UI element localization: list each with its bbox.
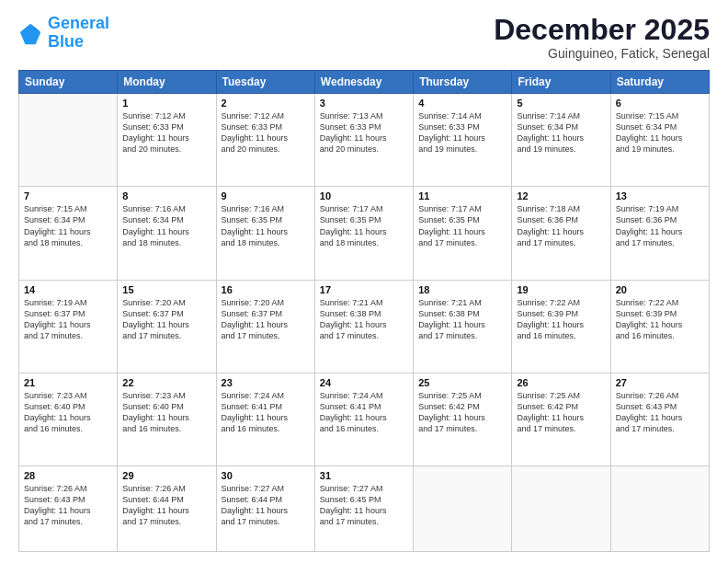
- table-row: 22Sunrise: 7:23 AM Sunset: 6:40 PM Dayli…: [118, 373, 216, 465]
- logo-icon: [18, 20, 44, 46]
- day-info: Sunrise: 7:22 AM Sunset: 6:39 PM Dayligh…: [616, 297, 704, 342]
- day-number: 22: [122, 377, 210, 388]
- table-row: 6Sunrise: 7:15 AM Sunset: 6:34 PM Daylig…: [610, 94, 709, 187]
- day-info: Sunrise: 7:15 AM Sunset: 6:34 PM Dayligh…: [24, 203, 112, 248]
- day-number: 1: [122, 98, 210, 109]
- table-row: 11Sunrise: 7:17 AM Sunset: 6:35 PM Dayli…: [414, 187, 512, 280]
- table-row: 28Sunrise: 7:26 AM Sunset: 6:43 PM Dayli…: [19, 466, 118, 552]
- table-row: [19, 94, 118, 187]
- calendar-table: Sunday Monday Tuesday Wednesday Thursday…: [18, 70, 710, 552]
- day-number: 24: [320, 377, 408, 388]
- table-row: 9Sunrise: 7:16 AM Sunset: 6:35 PM Daylig…: [216, 187, 314, 280]
- day-info: Sunrise: 7:12 AM Sunset: 6:33 PM Dayligh…: [122, 110, 210, 155]
- table-row: 20Sunrise: 7:22 AM Sunset: 6:39 PM Dayli…: [610, 280, 709, 373]
- day-info: Sunrise: 7:27 AM Sunset: 6:44 PM Dayligh…: [222, 483, 310, 528]
- day-number: 29: [122, 470, 210, 481]
- day-number: 8: [122, 190, 210, 201]
- day-info: Sunrise: 7:19 AM Sunset: 6:37 PM Dayligh…: [24, 297, 112, 342]
- day-info: Sunrise: 7:21 AM Sunset: 6:38 PM Dayligh…: [418, 297, 506, 342]
- day-info: Sunrise: 7:23 AM Sunset: 6:40 PM Dayligh…: [24, 390, 112, 435]
- day-info: Sunrise: 7:25 AM Sunset: 6:42 PM Dayligh…: [517, 390, 605, 435]
- day-number: 3: [320, 98, 408, 109]
- table-row: 23Sunrise: 7:24 AM Sunset: 6:41 PM Dayli…: [216, 373, 314, 465]
- table-row: 16Sunrise: 7:20 AM Sunset: 6:37 PM Dayli…: [216, 280, 314, 373]
- col-monday: Monday: [118, 71, 216, 94]
- table-row: 1Sunrise: 7:12 AM Sunset: 6:33 PM Daylig…: [118, 94, 216, 187]
- day-number: 31: [320, 470, 408, 481]
- logo: General Blue: [18, 15, 109, 52]
- day-number: 5: [517, 98, 605, 109]
- day-info: Sunrise: 7:17 AM Sunset: 6:35 PM Dayligh…: [320, 203, 408, 248]
- day-number: 23: [222, 377, 310, 388]
- day-number: 20: [616, 284, 704, 295]
- day-number: 16: [222, 284, 310, 295]
- day-info: Sunrise: 7:13 AM Sunset: 6:33 PM Dayligh…: [320, 110, 408, 155]
- table-row: 7Sunrise: 7:15 AM Sunset: 6:34 PM Daylig…: [19, 187, 118, 280]
- month-title: December 2025: [494, 15, 710, 44]
- table-row: [610, 466, 709, 552]
- table-row: 25Sunrise: 7:25 AM Sunset: 6:42 PM Dayli…: [414, 373, 512, 465]
- day-info: Sunrise: 7:16 AM Sunset: 6:34 PM Dayligh…: [122, 203, 210, 248]
- svg-marker-0: [20, 24, 40, 44]
- header: General Blue December 2025 Guinguineo, F…: [18, 15, 710, 61]
- day-number: 28: [24, 470, 112, 481]
- day-number: 13: [616, 190, 704, 201]
- day-info: Sunrise: 7:19 AM Sunset: 6:36 PM Dayligh…: [616, 203, 704, 248]
- table-row: [414, 466, 512, 552]
- day-info: Sunrise: 7:22 AM Sunset: 6:39 PM Dayligh…: [517, 297, 605, 342]
- day-info: Sunrise: 7:21 AM Sunset: 6:38 PM Dayligh…: [320, 297, 408, 342]
- table-row: 31Sunrise: 7:27 AM Sunset: 6:45 PM Dayli…: [314, 466, 413, 552]
- logo-text: General Blue: [48, 15, 109, 52]
- day-info: Sunrise: 7:20 AM Sunset: 6:37 PM Dayligh…: [222, 297, 310, 342]
- day-info: Sunrise: 7:23 AM Sunset: 6:40 PM Dayligh…: [122, 390, 210, 435]
- col-saturday: Saturday: [610, 71, 709, 94]
- day-number: 14: [24, 284, 112, 295]
- day-number: 27: [616, 377, 704, 388]
- table-row: 19Sunrise: 7:22 AM Sunset: 6:39 PM Dayli…: [512, 280, 610, 373]
- day-info: Sunrise: 7:15 AM Sunset: 6:34 PM Dayligh…: [616, 110, 704, 155]
- day-number: 15: [122, 284, 210, 295]
- table-row: 5Sunrise: 7:14 AM Sunset: 6:34 PM Daylig…: [512, 94, 610, 187]
- day-info: Sunrise: 7:26 AM Sunset: 6:43 PM Dayligh…: [24, 483, 112, 528]
- day-info: Sunrise: 7:14 AM Sunset: 6:33 PM Dayligh…: [418, 110, 506, 155]
- table-row: 27Sunrise: 7:26 AM Sunset: 6:43 PM Dayli…: [610, 373, 709, 465]
- day-info: Sunrise: 7:24 AM Sunset: 6:41 PM Dayligh…: [320, 390, 408, 435]
- day-number: 18: [418, 284, 506, 295]
- table-row: 21Sunrise: 7:23 AM Sunset: 6:40 PM Dayli…: [19, 373, 118, 465]
- day-number: 25: [418, 377, 506, 388]
- col-friday: Friday: [512, 71, 610, 94]
- location-subtitle: Guinguineo, Fatick, Senegal: [494, 46, 710, 61]
- day-number: 17: [320, 284, 408, 295]
- table-row: 8Sunrise: 7:16 AM Sunset: 6:34 PM Daylig…: [118, 187, 216, 280]
- day-info: Sunrise: 7:12 AM Sunset: 6:33 PM Dayligh…: [222, 110, 310, 155]
- day-number: 11: [418, 190, 506, 201]
- table-row: 13Sunrise: 7:19 AM Sunset: 6:36 PM Dayli…: [610, 187, 709, 280]
- day-number: 10: [320, 190, 408, 201]
- calendar-header-row: Sunday Monday Tuesday Wednesday Thursday…: [19, 71, 710, 94]
- day-info: Sunrise: 7:26 AM Sunset: 6:44 PM Dayligh…: [122, 483, 210, 528]
- table-row: 3Sunrise: 7:13 AM Sunset: 6:33 PM Daylig…: [314, 94, 413, 187]
- day-info: Sunrise: 7:25 AM Sunset: 6:42 PM Dayligh…: [418, 390, 506, 435]
- col-sunday: Sunday: [19, 71, 118, 94]
- col-wednesday: Wednesday: [314, 71, 413, 94]
- day-number: 9: [222, 190, 310, 201]
- day-info: Sunrise: 7:20 AM Sunset: 6:37 PM Dayligh…: [122, 297, 210, 342]
- table-row: 30Sunrise: 7:27 AM Sunset: 6:44 PM Dayli…: [216, 466, 314, 552]
- table-row: 29Sunrise: 7:26 AM Sunset: 6:44 PM Dayli…: [118, 466, 216, 552]
- day-number: 4: [418, 98, 506, 109]
- day-number: 12: [517, 190, 605, 201]
- table-row: 12Sunrise: 7:18 AM Sunset: 6:36 PM Dayli…: [512, 187, 610, 280]
- day-number: 2: [222, 98, 310, 109]
- day-info: Sunrise: 7:24 AM Sunset: 6:41 PM Dayligh…: [222, 390, 310, 435]
- table-row: 24Sunrise: 7:24 AM Sunset: 6:41 PM Dayli…: [314, 373, 413, 465]
- col-tuesday: Tuesday: [216, 71, 314, 94]
- day-number: 21: [24, 377, 112, 388]
- table-row: 17Sunrise: 7:21 AM Sunset: 6:38 PM Dayli…: [314, 280, 413, 373]
- table-row: 2Sunrise: 7:12 AM Sunset: 6:33 PM Daylig…: [216, 94, 314, 187]
- table-row: [512, 466, 610, 552]
- day-info: Sunrise: 7:17 AM Sunset: 6:35 PM Dayligh…: [418, 203, 506, 248]
- day-info: Sunrise: 7:18 AM Sunset: 6:36 PM Dayligh…: [517, 203, 605, 248]
- day-info: Sunrise: 7:16 AM Sunset: 6:35 PM Dayligh…: [222, 203, 310, 248]
- day-info: Sunrise: 7:27 AM Sunset: 6:45 PM Dayligh…: [320, 483, 408, 528]
- table-row: 15Sunrise: 7:20 AM Sunset: 6:37 PM Dayli…: [118, 280, 216, 373]
